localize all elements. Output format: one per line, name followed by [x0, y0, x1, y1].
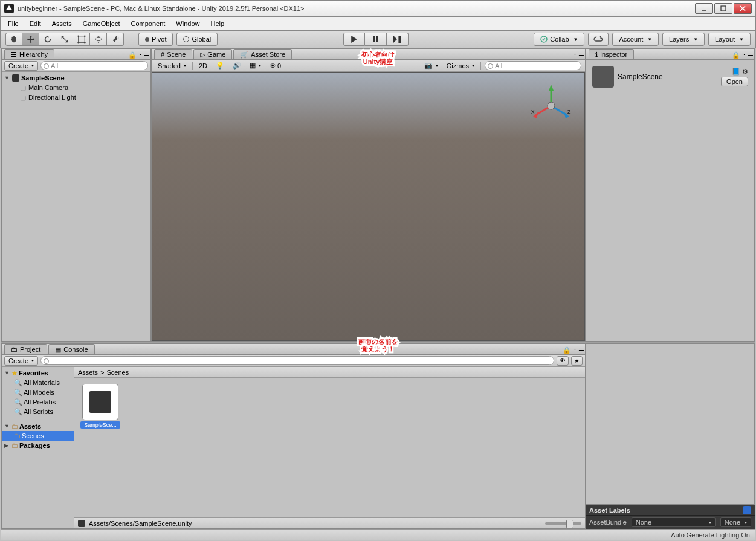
panel-menu-icon[interactable]: ⋮☰ [138, 51, 148, 59]
console-tab[interactable]: ▤ Console [48, 344, 94, 354]
favorites-row[interactable]: ▼★Favorites [2, 368, 74, 378]
assets-label: Assets [19, 423, 41, 430]
account-dropdown[interactable]: Account▼ [612, 33, 659, 46]
maximize-button[interactable] [714, 3, 732, 14]
hierarchy-item[interactable]: ▢Main Camera [2, 83, 150, 92]
orientation-gizmo[interactable]: x z [530, 85, 572, 127]
asset-item[interactable]: SampleSce... [80, 384, 120, 429]
asset-path: Assets/Scenes/SampleScene.unity [89, 520, 192, 527]
2d-label: 2D [199, 62, 207, 70]
fx-toggle[interactable]: ▦▾ [247, 62, 263, 70]
2d-toggle[interactable]: 2D [196, 62, 210, 70]
menu-file[interactable]: File [3, 19, 24, 28]
scene-viewport[interactable]: x z [152, 72, 585, 341]
project-star-filter-icon[interactable]: ★ [571, 356, 583, 366]
shaded-dropdown[interactable]: Shaded▾ [155, 62, 189, 70]
svg-point-17 [548, 102, 555, 109]
inspector-open-button[interactable]: Open [721, 77, 748, 86]
inspector-help-icon[interactable]: 📘 ⚙ [732, 68, 748, 76]
project-create-dropdown[interactable]: Create▾ [4, 356, 38, 366]
camera-toggle[interactable]: 📷▾ [422, 62, 441, 70]
pivot-toggle[interactable]: Pivot [138, 33, 173, 46]
menu-edit[interactable]: Edit [25, 19, 46, 28]
hierarchy-search-input[interactable]: All [40, 61, 148, 70]
breadcrumb-root[interactable]: Assets [78, 369, 98, 376]
breadcrumb-current[interactable]: Scenes [106, 369, 129, 376]
panel-menu-icon[interactable]: ⋮☰ [573, 346, 583, 354]
inspector-panel: ℹ Inspector 🔒⋮☰ SampleScene 📘 ⚙ Open [586, 48, 755, 342]
hierarchy-scene-row[interactable]: ▼ SampleScene [2, 73, 150, 83]
pause-button[interactable] [365, 33, 387, 46]
svg-rect-11 [376, 36, 378, 42]
panel-lock-icon[interactable]: 🔒 [562, 346, 572, 354]
project-tab[interactable]: 🗀 Project [4, 344, 47, 354]
svg-marker-18 [549, 85, 554, 91]
minimize-button[interactable] [695, 3, 713, 14]
panel-lock-icon[interactable]: 🔒 [128, 51, 137, 59]
game-tab[interactable]: ▷ Game [193, 49, 232, 59]
menu-gameobject[interactable]: GameObject [78, 19, 125, 28]
svg-point-6 [83, 35, 85, 37]
assetbundle-variant-dropdown[interactable]: None▾ [720, 517, 751, 527]
play-button[interactable] [343, 33, 365, 46]
project-breadcrumb[interactable]: Assets > Scenes [74, 367, 585, 378]
play-controls [343, 33, 409, 46]
hand-tool-button[interactable] [5, 33, 22, 46]
scenes-folder-row[interactable]: 🗀Scenes [2, 431, 74, 441]
assetbundle-label: AssetBundle [589, 519, 627, 526]
packages-row[interactable]: ▶🗀Packages [2, 441, 74, 450]
panel-menu-icon[interactable]: ⋮☰ [573, 51, 583, 59]
assetbundle-name-dropdown[interactable]: None▾ [632, 517, 716, 527]
hierarchy-create-dropdown[interactable]: Create▾ [4, 61, 38, 71]
menu-component[interactable]: Component [126, 19, 170, 28]
favorite-item[interactable]: 🔍All Prefabs [2, 397, 74, 407]
project-filter-icon[interactable]: 👁 [557, 356, 569, 366]
assets-row[interactable]: ▼🗀Assets [2, 421, 74, 431]
favorite-item[interactable]: 🔍All Models [2, 387, 74, 397]
asset-labels-header[interactable]: Asset Labels [586, 505, 755, 516]
scene-search-input[interactable]: All [485, 61, 581, 70]
rect-tool-button[interactable] [73, 33, 90, 46]
fav-label: All Materials [24, 379, 60, 386]
favorite-item[interactable]: 🔍All Materials [2, 378, 74, 387]
project-search-input[interactable] [40, 356, 554, 365]
cloud-icon [593, 36, 603, 43]
audio-toggle[interactable]: 🔊 [230, 62, 244, 70]
layout-dropdown[interactable]: Layout▼ [708, 33, 751, 46]
rotate-tool-button[interactable] [39, 33, 56, 46]
move-tool-button[interactable] [22, 33, 39, 46]
search-icon: 🔍 [14, 379, 22, 387]
menu-assets[interactable]: Assets [47, 19, 77, 28]
layers-dropdown[interactable]: Layers▼ [662, 33, 705, 46]
shaded-label: Shaded [158, 62, 181, 70]
custom-tool-button[interactable] [107, 33, 124, 46]
step-button[interactable] [387, 33, 409, 46]
close-button[interactable] [734, 3, 752, 14]
hierarchy-item[interactable]: ▢Directional Light [2, 92, 150, 102]
panel-menu-icon[interactable]: ⋮☰ [742, 51, 752, 59]
hierarchy-item-label: Main Camera [28, 84, 68, 91]
hidden-toggle[interactable]: 👁 0 [267, 62, 283, 70]
scene-tab[interactable]: # Scene [154, 49, 192, 59]
menu-window[interactable]: Window [171, 19, 204, 28]
svg-rect-12 [399, 36, 401, 43]
gizmos-dropdown[interactable]: Gizmos▾ [444, 62, 477, 70]
asset-thumbnail [82, 384, 118, 420]
hierarchy-tab[interactable]: ☰ Hierarchy [4, 49, 54, 59]
main-toolbar: Pivot Global Collab▼ Account▼ Layers▼ La… [0, 30, 756, 48]
none-label: None [725, 519, 740, 526]
thumbnail-size-slider[interactable] [545, 522, 581, 525]
lighting-toggle[interactable]: 💡 [213, 62, 227, 70]
transform-tool-button[interactable] [90, 33, 107, 46]
favorite-item[interactable]: 🔍All Scripts [2, 407, 74, 416]
panel-lock-icon[interactable]: 🔒 [731, 51, 741, 59]
scale-tool-button[interactable] [56, 33, 73, 46]
inspector-tab[interactable]: ℹ Inspector [589, 49, 634, 59]
search-icon: 🔍 [14, 408, 22, 416]
global-toggle[interactable]: Global [176, 33, 218, 46]
cloud-button[interactable] [588, 33, 609, 46]
menu-help[interactable]: Help [205, 19, 229, 28]
tag-icon[interactable] [743, 506, 751, 514]
collab-dropdown[interactable]: Collab▼ [534, 33, 584, 46]
asset-store-tab[interactable]: 🛒 Asset Store [233, 49, 292, 59]
